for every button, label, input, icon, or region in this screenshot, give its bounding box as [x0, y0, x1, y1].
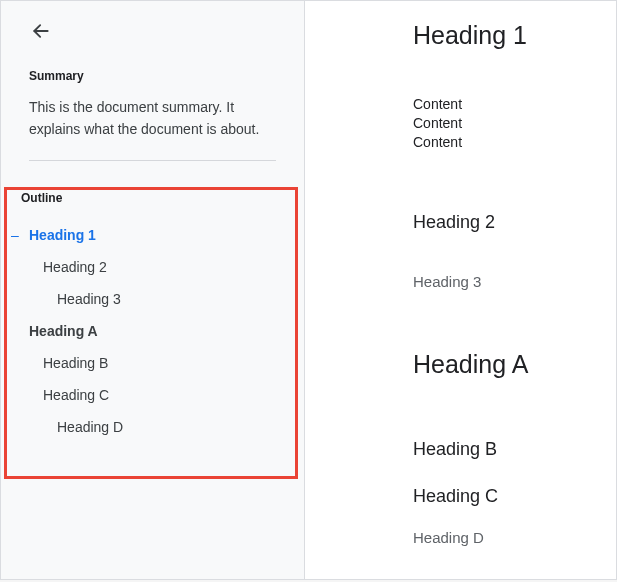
outline-list: – Heading 1 Heading 2 Heading 3 Heading … [1, 219, 304, 467]
outline-item-heading-a[interactable]: Heading A [1, 315, 304, 347]
outline-item-heading-b[interactable]: Heading B [1, 347, 304, 379]
doc-heading-d: Heading D [413, 529, 616, 546]
outline-item-heading-d[interactable]: Heading D [1, 411, 304, 443]
divider [29, 160, 276, 161]
outline-item-heading-3[interactable]: Heading 3 [1, 283, 304, 315]
outline-item-label: Heading 2 [43, 259, 107, 275]
outline-section: Outline – Heading 1 Heading 2 Heading 3 … [1, 191, 304, 467]
collapse-icon: – [11, 227, 19, 243]
document-panel: Heading 1 Content Content Content Headin… [305, 0, 617, 580]
outline-item-label: Heading A [29, 323, 98, 339]
outline-item-label: Heading D [57, 419, 123, 435]
outline-title: Outline [21, 191, 304, 205]
outline-sidebar: Summary This is the document summary. It… [0, 0, 305, 580]
outline-item-heading-2[interactable]: Heading 2 [1, 251, 304, 283]
back-button[interactable] [29, 21, 53, 45]
doc-heading-c: Heading C [413, 486, 616, 507]
summary-title: Summary [29, 69, 304, 83]
doc-heading-2: Heading 2 [413, 212, 616, 233]
summary-text: This is the document summary. It explain… [29, 97, 276, 140]
doc-heading-a: Heading A [413, 350, 616, 379]
outline-item-label: Heading 1 [29, 227, 96, 243]
doc-heading-1: Heading 1 [413, 21, 616, 50]
doc-heading-b: Heading B [413, 439, 616, 460]
outline-item-label: Heading 3 [57, 291, 121, 307]
doc-content-paragraph: Content Content Content [413, 95, 616, 152]
arrow-left-icon [31, 21, 51, 45]
outline-item-heading-c[interactable]: Heading C [1, 379, 304, 411]
doc-heading-3: Heading 3 [413, 273, 616, 290]
outline-item-heading-1[interactable]: – Heading 1 [1, 219, 304, 251]
outline-item-label: Heading C [43, 387, 109, 403]
outline-item-label: Heading B [43, 355, 108, 371]
